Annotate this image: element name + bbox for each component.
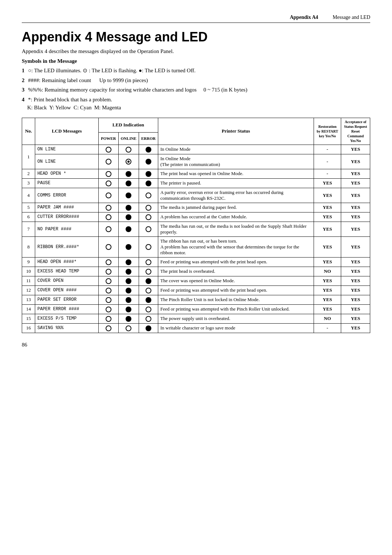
cell-accept: YES	[341, 257, 370, 267]
intro-paragraph: Appendix 4 describes the messages displa…	[22, 48, 370, 54]
cell-restore: YES	[314, 188, 341, 203]
table-row: 1ON LINEIn Online Mode-YES	[22, 145, 370, 154]
cell-restore: -	[314, 323, 341, 333]
table-row: 16SAVING %%%In writable character or log…	[22, 323, 370, 333]
col-accept-header: Acceptance of Status Request Reset Comma…	[341, 118, 370, 145]
cell-error	[139, 276, 158, 285]
cell-no: 14	[22, 304, 35, 314]
table-row: 11COVER OPENThe cover was opened in Onli…	[22, 276, 370, 285]
cell-lcd: RIBBON ERR.####*	[35, 236, 99, 257]
cell-status: In Online Mode	[158, 145, 314, 154]
cell-restore: YES	[314, 276, 341, 285]
cell-no: 1	[22, 145, 35, 169]
cell-error	[139, 314, 158, 323]
cell-no: 4	[22, 188, 35, 203]
cell-error	[139, 203, 158, 212]
cell-error	[139, 154, 158, 169]
cell-online	[118, 257, 139, 267]
cell-accept: YES	[341, 169, 370, 178]
cell-accept: YES	[341, 145, 370, 154]
symbol-text-4: *: Print head block that has a problem. …	[22, 97, 121, 111]
col-led-header: LED Indication	[99, 118, 158, 132]
cell-no: 5	[22, 203, 35, 212]
cell-online	[118, 178, 139, 188]
cell-power	[99, 169, 119, 178]
symbol-item-3: 3 %%%: Remaining memory capacity for sto…	[22, 86, 370, 94]
cell-lcd: SAVING %%%	[35, 323, 99, 333]
cell-power	[99, 178, 119, 188]
cell-power	[99, 188, 119, 203]
appendix-label: Appendix A4	[290, 15, 318, 20]
cell-online	[118, 188, 139, 203]
cell-no: 3	[22, 178, 35, 188]
cell-restore: -	[314, 169, 341, 178]
cell-error	[139, 257, 158, 267]
col-restore-header: Restoration by RESTART key Yes/No	[314, 118, 341, 145]
cell-accept: YES	[341, 178, 370, 188]
col-status-header: Printer Status	[158, 118, 314, 145]
col-online-header: ONLINE	[118, 132, 139, 145]
cell-accept: YES	[341, 203, 370, 212]
cell-no: 13	[22, 295, 35, 304]
cell-lcd: COVER OPEN ####	[35, 285, 99, 295]
symbol-num-4: 4	[22, 97, 25, 102]
table-row: 2HEAD OPEN *The print head was opened in…	[22, 169, 370, 178]
cell-status: The print head was opened in Online Mode…	[158, 169, 314, 178]
cell-online	[118, 323, 139, 333]
cell-lcd: HEAD OPEN *	[35, 169, 99, 178]
cell-restore: NO	[314, 314, 341, 323]
symbol-num-2: 2	[22, 77, 25, 83]
cell-lcd: NO PAPER ####	[35, 222, 99, 236]
cell-lcd: EXCESS P/S TEMP	[35, 314, 99, 323]
page-title: Appendix 4 Message and LED	[22, 29, 370, 45]
cell-error	[139, 145, 158, 154]
cell-accept: YES	[341, 236, 370, 257]
cell-power	[99, 236, 119, 257]
cell-power	[99, 154, 119, 169]
cell-no: 10	[22, 267, 35, 276]
cell-accept: YES	[341, 188, 370, 203]
cell-online	[118, 314, 139, 323]
cell-power	[99, 285, 119, 295]
col-no-header: No.	[22, 118, 35, 145]
cell-accept: YES	[341, 314, 370, 323]
symbol-item-4: 4 *: Print head block that has a problem…	[22, 96, 370, 112]
cell-no: 15	[22, 314, 35, 323]
table-row: ON LINEIn Online Mode(The printer in com…	[22, 154, 370, 169]
table-body: 1ON LINEIn Online Mode-YESON LINEIn Onli…	[22, 145, 370, 333]
cell-error	[139, 178, 158, 188]
cell-accept: YES	[341, 222, 370, 236]
cell-online	[118, 295, 139, 304]
cell-status: The media is jammed during paper feed.	[158, 203, 314, 212]
cell-error	[139, 323, 158, 333]
table-row: 5PAPER JAM ####The media is jammed durin…	[22, 203, 370, 212]
symbols-heading: Symbols in the Message	[22, 58, 370, 64]
cell-power	[99, 145, 119, 154]
cell-no: 6	[22, 212, 35, 222]
table-row: 3PAUSEThe printer is paused.YESYES	[22, 178, 370, 188]
cell-accept: YES	[341, 295, 370, 304]
table-row: 10EXCESS HEAD TEMPThe print head is over…	[22, 267, 370, 276]
table-header-row-1: No. LCD Messages LED Indication Printer …	[22, 118, 370, 132]
cell-power	[99, 295, 119, 304]
col-lcd-header: LCD Messages	[35, 118, 99, 145]
table-row: 14PAPER ERROR ####Feed or printing was a…	[22, 304, 370, 314]
cell-online	[118, 169, 139, 178]
cell-restore: YES	[314, 285, 341, 295]
symbol-item-2: 2 ####: Remaining label count Up to 9999…	[22, 76, 370, 85]
symbol-num-1: 1	[22, 68, 25, 73]
cell-power	[99, 267, 119, 276]
cell-accept: YES	[341, 276, 370, 285]
table-row: 4COMMS ERRORA parity error, overrun erro…	[22, 188, 370, 203]
cell-online	[118, 222, 139, 236]
table-row: 9HEAD OPEN ####*Feed or printing was att…	[22, 257, 370, 267]
cell-restore: YES	[314, 203, 341, 212]
table-row: 8RIBBON ERR.####*The ribbon has run out,…	[22, 236, 370, 257]
cell-status: The ribbon has run out, or has been torn…	[158, 236, 314, 257]
symbol-text-2: ####: Remaining label count Up to 9999 (…	[28, 77, 148, 83]
cell-error	[139, 212, 158, 222]
col-power-header: POWER	[99, 132, 119, 145]
cell-status: In Online Mode(The printer in communicat…	[158, 154, 314, 169]
cell-status: The power supply unit is overheated.	[158, 314, 314, 323]
cell-status: The Pinch Roller Unit is not locked in O…	[158, 295, 314, 304]
